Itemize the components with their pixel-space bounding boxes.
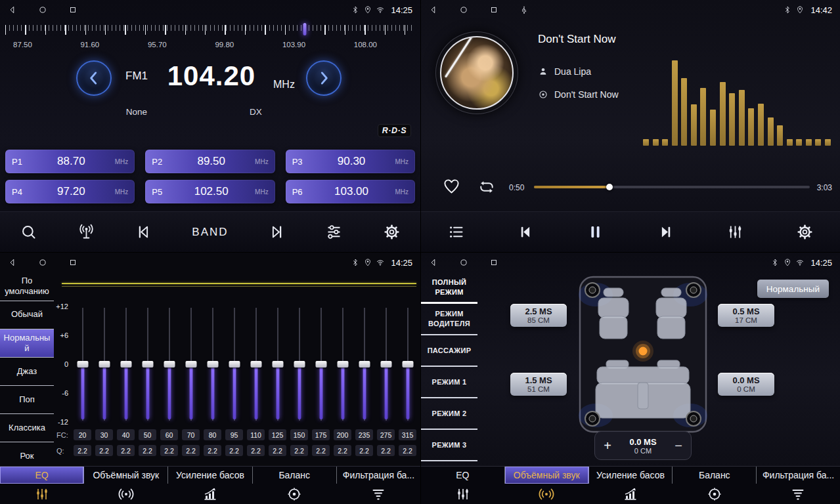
filter-icon[interactable]	[336, 486, 420, 502]
eq-band-slider[interactable]	[334, 308, 351, 421]
balance-icon[interactable]	[673, 486, 757, 502]
tab-bass[interactable]: Усиление басов	[589, 467, 673, 484]
back-icon[interactable]	[8, 258, 17, 267]
next-track-icon[interactable]	[657, 223, 674, 241]
recents-square-icon[interactable]	[68, 5, 77, 14]
eq-band-slider[interactable]	[247, 308, 265, 421]
previous-station-icon[interactable]	[135, 223, 152, 241]
tab-balance[interactable]: Баланс	[253, 467, 337, 484]
bass-boost-icon[interactable]	[168, 486, 252, 502]
settings-gear-icon[interactable]	[796, 223, 814, 241]
eq-band-slider[interactable]	[355, 308, 373, 421]
repeat-icon[interactable]	[477, 178, 496, 196]
tab-filter[interactable]: Фильтрация ба...	[757, 467, 840, 484]
eq-band-slider[interactable]	[399, 308, 416, 421]
eq-slider-handle[interactable]	[99, 361, 110, 368]
favorite-heart-icon[interactable]	[443, 178, 460, 196]
delay-front-right[interactable]: 0.5 MS 17 CM	[718, 304, 774, 327]
preset-p2[interactable]: P2 89.50 MHz	[145, 150, 275, 173]
balance-icon[interactable]	[252, 486, 336, 502]
settings-gear-icon[interactable]	[383, 223, 401, 241]
scan-search-icon[interactable]	[20, 223, 37, 241]
eq-slider-handle[interactable]	[250, 361, 261, 368]
delay-rear-right[interactable]: 0.0 MS 0 CM	[718, 373, 774, 396]
home-circle-icon[interactable]	[459, 258, 468, 267]
tab-bass[interactable]: Усиление басов	[168, 467, 252, 484]
sf-mode-item[interactable]: РЕЖИМ 2	[421, 398, 477, 430]
filter-icon[interactable]	[756, 486, 840, 502]
eq-slider-handle[interactable]	[294, 361, 305, 368]
eq-slider-handle[interactable]	[402, 361, 413, 368]
eq-slider-handle[interactable]	[77, 361, 88, 368]
pause-icon[interactable]	[586, 223, 604, 241]
eq-slider-handle[interactable]	[315, 361, 326, 368]
eq-slider-handle[interactable]	[142, 361, 153, 368]
delay-minus-button[interactable]: −	[666, 438, 691, 453]
back-icon[interactable]	[429, 258, 438, 267]
eq-band-slider[interactable]	[182, 308, 200, 421]
eq-band-slider[interactable]	[160, 308, 178, 421]
preset-p5[interactable]: P5 102.50 MHz	[145, 180, 275, 203]
home-circle-icon[interactable]	[459, 5, 468, 14]
eq-band-slider[interactable]	[290, 308, 308, 421]
delay-front-left[interactable]: 2.5 MS 85 CM	[510, 304, 567, 327]
eq-slider-handle[interactable]	[229, 361, 240, 368]
eq-slider-handle[interactable]	[207, 361, 218, 368]
tab-surround[interactable]: Объёмный звук	[84, 467, 168, 484]
eq-band-slider[interactable]	[269, 308, 286, 421]
tune-up-button[interactable]	[306, 60, 342, 96]
eq-slider-handle[interactable]	[272, 361, 283, 368]
sf-mode-item[interactable]: РЕЖИМ 1	[421, 367, 477, 398]
eq-slider-handle[interactable]	[380, 361, 391, 368]
eq-preset-item[interactable]: Джаз	[0, 358, 54, 386]
eq-slider-handle[interactable]	[359, 361, 370, 368]
preset-p3[interactable]: P3 90.30 MHz	[286, 150, 415, 173]
eq-slider-handle[interactable]	[164, 361, 175, 368]
eq-band-slider[interactable]	[95, 308, 113, 421]
tuner-sliders-icon[interactable]	[325, 223, 343, 241]
home-circle-icon[interactable]	[38, 5, 47, 14]
preset-p1[interactable]: P1 88.70 MHz	[5, 150, 135, 173]
home-circle-icon[interactable]	[38, 258, 47, 267]
surround-icon[interactable]	[505, 486, 589, 502]
delay-plus-button[interactable]: +	[595, 438, 620, 453]
tuner-pointer[interactable]	[303, 23, 306, 35]
bass-boost-icon[interactable]	[588, 486, 673, 502]
eq-band-slider[interactable]	[139, 308, 156, 421]
eq-faders-icon[interactable]	[0, 486, 84, 502]
tab-surround[interactable]: Объёмный звук	[505, 467, 589, 484]
sf-mode-item[interactable]: ПОЛНЫЙ РЕЖИМ	[421, 272, 477, 304]
back-icon[interactable]	[8, 5, 17, 14]
eq-preset-item[interactable]: По умолчанию	[0, 272, 54, 301]
delay-rear-left[interactable]: 1.5 MS 51 CM	[510, 373, 567, 396]
eq-band-slider[interactable]	[312, 308, 330, 421]
preset-p6[interactable]: P6 103.00 MHz	[286, 180, 415, 203]
eq-band-slider[interactable]	[225, 308, 243, 421]
surround-icon[interactable]	[84, 486, 168, 502]
eq-slider-handle[interactable]	[185, 361, 196, 368]
mixer-faders-icon[interactable]	[726, 223, 744, 241]
sf-mode-item[interactable]: РЕЖИМ 3	[421, 430, 477, 461]
tab-eq[interactable]: EQ	[0, 467, 84, 484]
tab-eq[interactable]: EQ	[421, 467, 505, 484]
broadcast-antenna-icon[interactable]	[77, 223, 95, 241]
playlist-icon[interactable]	[447, 223, 465, 241]
eq-band-slider[interactable]	[74, 308, 91, 421]
eq-slider-handle[interactable]	[337, 361, 348, 368]
next-station-icon[interactable]	[268, 223, 286, 241]
sf-mode-item[interactable]: РЕЖИМ ВОДИТЕЛЯ	[421, 304, 477, 335]
eq-preset-item[interactable]: Классика	[0, 414, 54, 442]
progress-knob[interactable]	[606, 184, 613, 190]
eq-preset-item[interactable]: Нормальный	[0, 329, 54, 358]
eq-slider-handle[interactable]	[120, 361, 131, 368]
tuner-scale[interactable]	[5, 24, 415, 37]
eq-band-slider[interactable]	[204, 308, 221, 421]
eq-faders-icon[interactable]	[421, 486, 505, 502]
tab-filter[interactable]: Фильтрация ба...	[337, 467, 420, 484]
recents-square-icon[interactable]	[489, 5, 498, 14]
back-icon[interactable]	[429, 5, 438, 14]
eq-preset-item[interactable]: Поп	[0, 386, 54, 414]
recents-square-icon[interactable]	[68, 258, 77, 267]
tab-balance[interactable]: Баланс	[673, 467, 757, 484]
seek-bar[interactable]	[534, 186, 810, 188]
